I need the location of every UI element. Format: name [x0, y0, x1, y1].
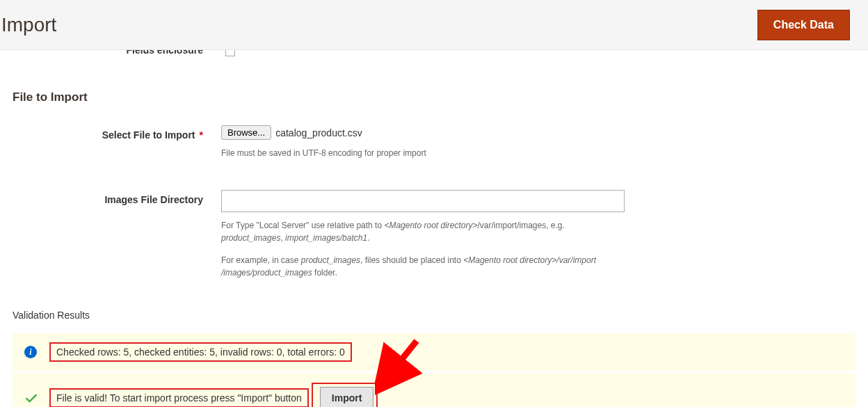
validation-info-text: Checked rows: 5, checked entities: 5, in… [49, 342, 352, 362]
file-to-import-heading: File to Import [13, 90, 855, 104]
check-data-button[interactable]: Check Data [757, 10, 850, 40]
info-icon: i [24, 346, 37, 358]
import-button[interactable]: Import [320, 387, 374, 407]
required-asterisk: * [200, 129, 203, 141]
images-dir-input[interactable] [221, 190, 625, 212]
selected-file-name: catalog_product.csv [275, 127, 362, 138]
select-file-label: Select File to Import* [13, 125, 221, 141]
images-dir-help: For Type "Local Server" use relative pat… [221, 219, 625, 279]
validation-results-heading: Validation Results [13, 310, 855, 321]
file-help-text: File must be saved in UTF-8 encoding for… [221, 147, 625, 159]
page-title: Import [0, 14, 56, 36]
fields-enclosure-checkbox[interactable] [225, 50, 235, 56]
validation-success-message: File is valid! To start import process p… [13, 374, 855, 407]
fields-enclosure-label: Fields enclosure [13, 50, 221, 56]
validation-success-text: File is valid! To start import process p… [49, 388, 309, 407]
browse-button[interactable]: Browse... [221, 125, 271, 140]
validation-info-message: i Checked rows: 5, checked entities: 5, … [13, 333, 855, 371]
check-icon [24, 392, 37, 404]
images-dir-label: Images File Directory [13, 190, 221, 205]
